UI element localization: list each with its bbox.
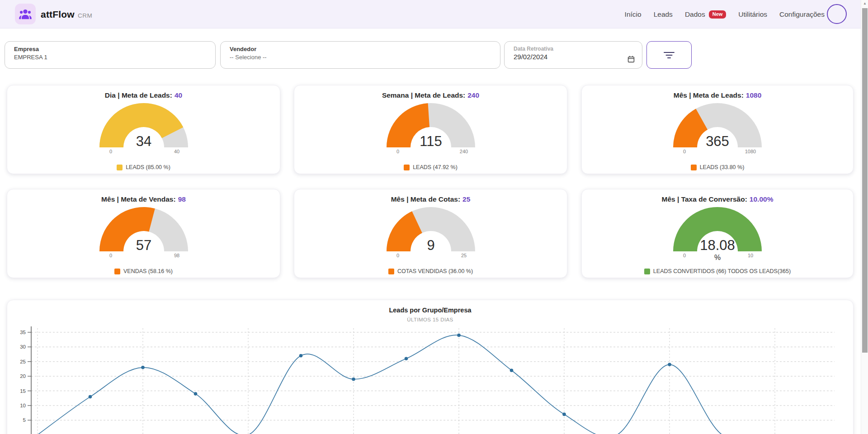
filter-button[interactable] — [646, 41, 692, 69]
gauge-center-value: 34 — [136, 133, 151, 149]
page-scrollbar[interactable]: ▲ — [861, 0, 868, 434]
gauge-legend[interactable]: LEADS (47.92 %) — [294, 164, 567, 170]
leads-line-chart: 5101520253035 — [7, 324, 854, 434]
gauge-target-value: 1080 — [746, 91, 761, 99]
main-nav: InícioLeadsDadosNewUtilitáriosConfiguraç… — [625, 0, 825, 28]
gauge-title-text: Mês | Taxa de Conversão: — [662, 195, 747, 203]
data-point-marker[interactable] — [510, 368, 514, 372]
empresa-select[interactable]: Empresa EMPRESA 1 — [5, 41, 216, 69]
gauge-legend[interactable]: COTAS VENDIDAS (36.00 %) — [294, 268, 567, 274]
brand-suffix: CRM — [78, 12, 92, 19]
leads-chart-card: Leads por Grupo/Empresa ÚLTIMOS 15 DIAS … — [7, 300, 854, 434]
gauge-legend[interactable]: LEADS (85.00 %) — [7, 164, 280, 170]
data-retroativa-input[interactable]: Data Retroativa 29/02/2024 — [504, 41, 642, 69]
gauge-min-label: 0 — [396, 253, 399, 258]
nav-item-inicio[interactable]: Início — [625, 10, 642, 19]
chart-title: Leads por Grupo/Empresa — [7, 307, 853, 314]
data-point-marker[interactable] — [141, 366, 145, 369]
gauge-card-2: Mês | Meta de Leads:108036501080LEADS (3… — [581, 85, 854, 174]
gauge-center-value: 57 — [136, 237, 151, 253]
chart-subtitle: ÚLTIMOS 15 DIAS — [7, 317, 853, 322]
gauge-target-value: 40 — [175, 91, 182, 99]
gauge-chart: 9025 — [363, 206, 499, 267]
nav-label: Início — [625, 10, 642, 19]
y-axis-tick-label: 20 — [20, 373, 26, 379]
gauge-center-value: 115 — [420, 133, 442, 149]
gauge-max-label: 1080 — [745, 149, 756, 154]
vendedor-select[interactable]: Vendedor -- Selecione -- — [220, 41, 500, 69]
data-point-marker[interactable] — [299, 354, 303, 358]
nav-label: Leads — [654, 10, 673, 19]
nav-item-utilitarios[interactable]: Utilitários — [738, 10, 767, 19]
gauge-chart: 1150240 — [363, 102, 499, 163]
gauge-target-value: 98 — [178, 195, 186, 203]
gauge-card-title: Mês | Meta de Leads:1080 — [582, 91, 853, 99]
gauge-card-5: Mês | Taxa de Conversão:10.00%18.08%010L… — [581, 189, 854, 278]
gauge-card-title: Dia | Meta de Leads:40 — [7, 91, 280, 99]
user-avatar[interactable] — [827, 4, 847, 24]
gauge-title-text: Semana | Meta de Leads: — [382, 91, 465, 99]
gauge-card-title: Mês | Meta de Cotas:25 — [294, 195, 567, 203]
gauge-max-label: 240 — [459, 149, 467, 154]
dashboard-page: attFlow CRM InícioLeadsDadosNewUtilitári… — [0, 0, 868, 434]
data-point-marker[interactable] — [668, 363, 671, 367]
data-point-marker[interactable] — [562, 413, 566, 416]
nav-label: Utilitários — [738, 10, 767, 19]
nav-item-configuracoes[interactable]: Configurações — [779, 10, 825, 19]
data-retroativa-value: 29/02/2024 — [514, 53, 633, 61]
vendedor-label: Vendedor — [230, 46, 491, 52]
gauge-min-label: 0 — [683, 149, 686, 154]
gauge-chart: 57098 — [76, 206, 212, 267]
gauge-legend[interactable]: VENDAS (58.16 %) — [7, 268, 280, 274]
y-axis-tick-label: 5 — [23, 417, 26, 423]
gauge-center-value: 9 — [427, 237, 434, 253]
data-retroativa-label: Data Retroativa — [514, 46, 633, 52]
gauge-min-label: 0 — [109, 149, 112, 154]
nav-item-dados[interactable]: DadosNew — [685, 10, 726, 19]
gauge-max-label: 25 — [461, 253, 466, 258]
legend-label: COTAS VENDIDAS (36.00 %) — [397, 268, 473, 274]
legend-swatch — [114, 269, 120, 274]
vendedor-value: -- Selecione -- — [230, 54, 491, 61]
nav-label: Configurações — [779, 10, 825, 19]
gauge-min-label: 0 — [396, 149, 399, 154]
calendar-icon[interactable] — [627, 56, 635, 63]
scrollbar-thumb[interactable] — [862, 8, 868, 353]
gauge-card-title: Mês | Meta de Vendas:98 — [7, 195, 280, 203]
gauge-title-text: Dia | Meta de Leads: — [105, 91, 172, 99]
gauge-target-value: 25 — [462, 195, 470, 203]
new-badge: New — [709, 10, 726, 19]
empresa-label: Empresa — [14, 46, 206, 52]
y-axis-tick-label: 35 — [20, 330, 26, 335]
gauge-center-value: 18.08 — [700, 237, 735, 253]
gauge-chart: 18.08%010 — [650, 206, 785, 267]
gauge-title-text: Mês | Meta de Cotas: — [391, 195, 460, 203]
filter-lines-icon — [663, 51, 675, 59]
brand-name: attFlow — [41, 9, 75, 20]
gauge-legend[interactable]: LEADS (33.80 %) — [582, 164, 853, 170]
gauge-max-label: 10 — [748, 253, 753, 258]
legend-label: LEADS (85.00 %) — [126, 164, 170, 170]
gauge-card-3: Mês | Meta de Vendas:9857098VENDAS (58.1… — [7, 189, 280, 278]
legend-swatch — [404, 165, 410, 170]
gauge-max-label: 98 — [174, 253, 179, 258]
gauge-title-text: Mês | Meta de Leads: — [674, 91, 744, 99]
data-point-marker[interactable] — [457, 334, 461, 337]
data-point-marker[interactable] — [405, 357, 408, 361]
legend-label: LEADS CONVERTIDOS (66) TODOS OS LEADS(36… — [653, 268, 791, 274]
data-point-marker[interactable] — [352, 377, 355, 381]
data-point-marker[interactable] — [89, 395, 92, 399]
gauge-legend[interactable]: LEADS CONVERTIDOS (66) TODOS OS LEADS(36… — [582, 268, 853, 274]
scroll-up-icon[interactable]: ▲ — [861, 1, 868, 5]
data-point-marker[interactable] — [194, 392, 198, 396]
legend-swatch — [388, 269, 394, 274]
y-axis-tick-label: 30 — [20, 344, 26, 349]
gauge-card-title: Semana | Meta de Leads:240 — [294, 91, 567, 99]
nav-item-leads[interactable]: Leads — [654, 10, 673, 19]
gauge-chart: 36501080 — [650, 102, 785, 163]
gauge-center-sub: % — [714, 254, 721, 261]
gauge-min-label: 0 — [109, 253, 112, 258]
gauge-chart: 34040 — [76, 102, 212, 163]
legend-label: VENDAS (58.16 %) — [123, 268, 173, 274]
app-logo[interactable] — [15, 4, 36, 24]
